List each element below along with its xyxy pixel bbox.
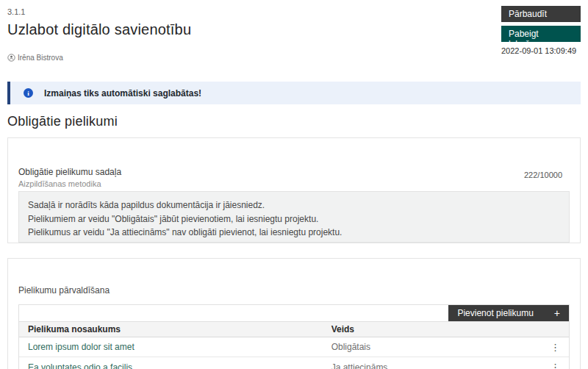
kebab-menu-icon[interactable]: ⋮	[548, 343, 560, 352]
table-toolbar: Pievienot pielikumu +	[19, 305, 569, 321]
attachment-name-link[interactable]: Lorem ipsum dolor sit amet	[28, 342, 331, 352]
column-header-name: Pielikuma nosaukums	[28, 324, 331, 334]
page: 3.1.1 Uzlabot digitālo savienotību Irēna…	[0, 0, 588, 369]
textarea-line: Sadaļā ir norādīts kāda papildus dokumen…	[28, 198, 560, 212]
page-header: 3.1.1 Uzlabot digitālo savienotību Irēna…	[7, 6, 581, 62]
user-name: Irēna Bistrova	[18, 54, 63, 62]
column-header-type: Veids	[331, 324, 548, 334]
char-counter: 222/10000	[524, 171, 562, 179]
autosave-banner-text: Izmaiņas tiks automātiski saglabātas!	[44, 88, 201, 98]
kebab-menu-icon[interactable]: ⋮	[548, 362, 560, 369]
info-icon: i	[24, 88, 33, 98]
section-number: 3.1.1	[7, 7, 191, 16]
attachments-table-label: Pielikumu pārvaldīšana	[18, 285, 570, 295]
textarea-line: Pielikumiem ar veidu "Obligātais" jābūt …	[28, 212, 560, 226]
table-row: Ea voluptates odio a facilis Ja attiecin…	[19, 357, 569, 369]
attachments-card: Pielikumu pārvaldīšana Pievienot pieliku…	[7, 258, 581, 369]
header-actions: Pārbaudīt Pabeigt labošanu 2022-09-01 13…	[501, 6, 581, 55]
last-saved-timestamp: 2022-09-01 13:09:49	[501, 46, 581, 55]
field-label: Obligātie pielikumu sadaļa	[18, 167, 570, 177]
page-title: Uzlabot digitālo savienotību	[7, 21, 191, 38]
field-sublabel: Aizpildīšanas metodika	[18, 179, 570, 188]
plus-icon: +	[554, 307, 560, 319]
check-button[interactable]: Pārbaudīt	[501, 6, 581, 22]
add-attachment-button[interactable]: Pievienot pielikumu +	[448, 305, 569, 321]
attachment-type: Ja attiecināms	[331, 362, 548, 369]
attachment-name-link[interactable]: Ea voluptates odio a facilis	[28, 362, 331, 369]
finish-editing-button[interactable]: Pabeigt labošanu	[501, 26, 581, 42]
header-left: 3.1.1 Uzlabot digitālo savienotību Irēna…	[7, 6, 191, 62]
autosave-banner: i Izmaiņas tiks automātiski saglabātas!	[7, 82, 581, 104]
methodology-textarea[interactable]: Sadaļā ir norādīts kāda papildus dokumen…	[18, 191, 570, 243]
table-header-row: Pielikuma nosaukums Veids	[19, 321, 569, 337]
section-heading: Obligātie pielikumi	[7, 114, 581, 129]
user-row: Irēna Bistrova	[7, 54, 191, 62]
add-attachment-button-label: Pievienot pielikumu	[457, 308, 533, 318]
attachment-type: Obligātais	[331, 342, 548, 352]
user-icon	[7, 54, 15, 62]
methodology-card: Obligātie pielikumu sadaļa Aizpildīšanas…	[7, 137, 581, 243]
attachments-table: Pievienot pielikumu + Pielikuma nosaukum…	[18, 304, 570, 369]
textarea-line: Pielikumus ar veidu "Ja attiecināms" nav…	[28, 226, 560, 240]
table-row: Lorem ipsum dolor sit amet Obligātais ⋮	[19, 337, 569, 357]
